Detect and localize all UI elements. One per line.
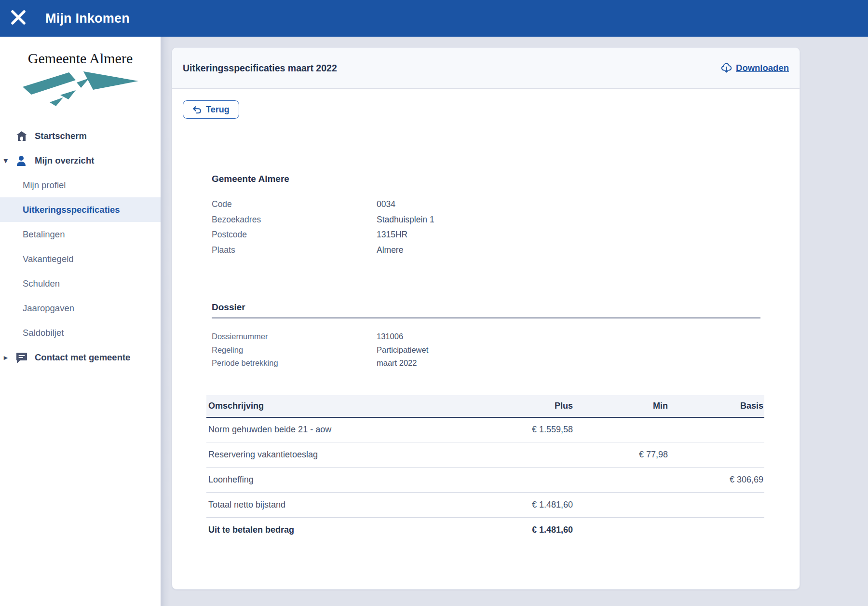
sidebar-item-label: Betalingen	[23, 229, 65, 240]
sidebar-item-label: Startscherm	[35, 131, 87, 141]
dossier-row-periode: Periode betrekking maart 2022	[212, 357, 760, 370]
row-value: Participatiewet	[377, 344, 428, 357]
card-body: Terug Gemeente Almere Code 0034 Bezoekad…	[172, 89, 800, 589]
row-value: maart 2022	[377, 357, 417, 370]
sidebar-item-label: Vakantiegeld	[23, 254, 74, 264]
close-button[interactable]	[0, 0, 37, 37]
page-title: Uitkeringsspecificaties maart 2022	[183, 63, 337, 74]
logo-graphic	[8, 69, 153, 109]
row-value: Stadhuisplein 1	[377, 212, 434, 228]
row-min	[574, 417, 669, 442]
table-row: Loonheffing € 306,69	[206, 468, 764, 493]
row-value: 131006	[377, 330, 403, 344]
row-description: Uit te betalen bedrag	[206, 518, 487, 543]
row-min	[574, 518, 669, 543]
dossier-heading: Dossier	[212, 301, 760, 314]
row-value: 1315HR	[377, 227, 407, 243]
table-row-total: Uit te betalen bedrag € 1.481,60	[206, 518, 764, 543]
sidebar-item-mijn-profiel[interactable]: Mijn profiel	[0, 173, 161, 197]
logo-wordmark: Gemeente Almere	[8, 50, 153, 67]
sidebar: Gemeente Almere Start	[0, 37, 161, 606]
row-basis	[669, 442, 764, 468]
row-plus: € 1.559,58	[487, 417, 574, 442]
sidebar-item-label: Saldobiljet	[23, 328, 64, 338]
sidebar-item-schulden[interactable]: Schulden	[0, 271, 161, 296]
table-row: Reservering vakantietoeslag € 77,98	[206, 442, 764, 468]
row-description: Norm gehuwden beide 21 - aow	[206, 417, 487, 442]
sidebar-item-label: Schulden	[23, 278, 60, 289]
sidebar-nav: Startscherm ▾ Mijn overzicht Mijn profie…	[0, 124, 161, 370]
row-value: 0034	[377, 197, 395, 212]
specification-document: Gemeente Almere Code 0034 Bezoekadres St…	[206, 173, 764, 543]
home-icon	[16, 131, 27, 141]
sidebar-item-vakantiegeld[interactable]: Vakantiegeld	[0, 247, 161, 271]
row-plus: € 1.481,60	[487, 518, 574, 543]
row-label: Bezoekadres	[212, 212, 377, 228]
organisation-heading: Gemeente Almere	[212, 173, 760, 185]
row-label: Code	[212, 197, 377, 212]
row-basis	[669, 493, 764, 518]
column-header-min: Min	[574, 395, 669, 417]
row-description: Loonheffing	[206, 468, 487, 493]
sidebar-item-jaaropgaven[interactable]: Jaaropgaven	[0, 296, 161, 320]
row-plus	[487, 468, 574, 493]
sidebar-item-betalingen[interactable]: Betalingen	[0, 222, 161, 247]
back-icon	[192, 105, 202, 114]
main-area: Uitkeringsspecificaties maart 2022 Downl…	[170, 37, 868, 606]
row-basis	[669, 518, 764, 543]
chevron-down-icon: ▾	[4, 156, 8, 165]
org-row-code: Code 0034	[212, 197, 760, 212]
close-icon	[10, 9, 27, 28]
sidebar-item-label: Contact met gemeente	[35, 352, 130, 363]
sidebar-item-startscherm[interactable]: Startscherm	[0, 124, 161, 148]
dossier-row-dossiernummer: Dossiernummer 131006	[212, 330, 760, 344]
back-button[interactable]: Terug	[183, 100, 239, 119]
organisation-section: Gemeente Almere Code 0034 Bezoekadres St…	[212, 173, 760, 258]
sidebar-item-saldobiljet[interactable]: Saldobiljet	[0, 320, 161, 345]
row-basis	[669, 417, 764, 442]
dossier-section: Dossier Dossiernummer 131006 Regeling Pa…	[212, 301, 760, 370]
row-label: Periode betrekking	[212, 357, 377, 370]
sidebar-item-label: Mijn profiel	[23, 180, 66, 191]
dossier-row-regeling: Regeling Participatiewet	[212, 344, 760, 357]
org-row-plaats: Plaats Almere	[212, 243, 760, 258]
user-icon	[16, 155, 27, 166]
sidebar-scrollbar[interactable]	[161, 37, 170, 606]
municipality-logo: Gemeente Almere	[8, 50, 153, 109]
sidebar-item-label: Uitkeringsspecificaties	[23, 205, 120, 215]
row-label: Regeling	[212, 344, 377, 357]
row-basis: € 306,69	[669, 468, 764, 493]
download-icon	[721, 63, 732, 74]
org-row-bezoekadres: Bezoekadres Stadhuisplein 1	[212, 212, 760, 228]
column-header-omschrijving: Omschrijving	[206, 395, 487, 417]
specification-card: Uitkeringsspecificaties maart 2022 Downl…	[172, 47, 800, 590]
row-label: Dossiernummer	[212, 330, 377, 344]
dossier-divider	[212, 317, 760, 318]
table-row: Norm gehuwden beide 21 - aow € 1.559,58	[206, 417, 764, 442]
sidebar-item-label: Jaaropgaven	[23, 303, 74, 314]
app-title: Mijn Inkomen	[45, 11, 130, 26]
download-link[interactable]: Downloaden	[721, 63, 789, 74]
column-header-plus: Plus	[487, 395, 574, 417]
row-plus	[487, 442, 574, 468]
chat-icon	[16, 352, 27, 363]
sidebar-item-label: Mijn overzicht	[35, 155, 94, 166]
sidebar-item-contact-met-gemeente[interactable]: ▸ Contact met gemeente	[0, 345, 161, 370]
column-header-basis: Basis	[669, 395, 764, 417]
card-header: Uitkeringsspecificaties maart 2022 Downl…	[172, 48, 800, 89]
chevron-right-icon: ▸	[4, 353, 8, 362]
specification-table: Omschrijving Plus Min Basis Norm gehuwde…	[206, 395, 764, 543]
row-min	[574, 468, 669, 493]
org-row-postcode: Postcode 1315HR	[212, 227, 760, 243]
sidebar-item-mijn-overzicht[interactable]: ▾ Mijn overzicht	[0, 148, 161, 173]
row-min: € 77,98	[574, 442, 669, 468]
row-description: Totaal netto bijstand	[206, 493, 487, 518]
back-label: Terug	[206, 105, 230, 115]
download-label: Downloaden	[736, 63, 789, 73]
table-row: Totaal netto bijstand € 1.481,60	[206, 493, 764, 518]
sidebar-item-uitkeringsspecificaties[interactable]: Uitkeringsspecificaties	[0, 197, 161, 222]
row-plus: € 1.481,60	[487, 493, 574, 518]
row-label: Postcode	[212, 227, 377, 243]
row-value: Almere	[377, 243, 403, 258]
row-min	[574, 493, 669, 518]
